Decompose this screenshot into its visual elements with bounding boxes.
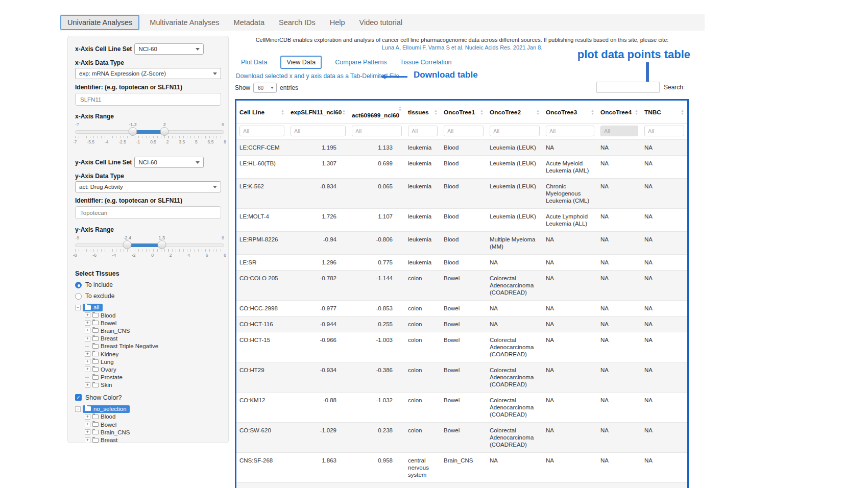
column-header-oncotree1[interactable]: ▲▼OncoTree1 [441,101,487,124]
tree-root-no_selection[interactable]: no_selection [83,405,130,413]
sort-icon[interactable]: ▲▼ [480,109,484,115]
expand-icon[interactable]: + [85,312,90,318]
table-row[interactable]: CO:HCT-116-0.9440.255colonBowelNANANANA [236,316,687,332]
table-row[interactable]: LE:K-562-0.9340.065leukemiaBloodLeukemia… [236,179,687,209]
collapse-icon[interactable]: − [75,406,81,412]
column-filter-expslfn11-nci60[interactable] [291,126,346,136]
nav-tab-multivariate-analyses[interactable]: Multivariate Analyses [142,15,226,30]
column-header-oncotree2[interactable]: ▲▼OncoTree2 [487,101,543,124]
tree-item-bowel[interactable]: +Bowel [85,421,221,428]
subtab-plot-data[interactable]: Plot Data [241,59,267,66]
expand-icon[interactable]: + [85,336,90,341]
y-axis-cell-line-set-select[interactable]: NCI-60 [134,157,204,168]
tree-item-bowel[interactable]: +Bowel [85,319,221,327]
show-color-checkbox[interactable]: ✓ Show Color? [75,394,221,401]
table-row[interactable]: CO:HT29-0.934-0.386colonBowelColorectal … [236,362,687,393]
tree-item-ovary[interactable]: +Ovary [85,365,221,373]
download-tab-delimited-link[interactable]: Download selected x and y axis data as a… [236,72,399,80]
table-row[interactable]: CNS:SF-2681.8630.958central nervous syst… [236,453,687,483]
table-row[interactable]: LE:RPMI-8226-0.94-0.806leukemiaBloodMult… [236,232,687,255]
column-header-oncotree4[interactable]: ▲▼OncoTree4 [597,101,641,124]
table-row[interactable]: LE:SR1.2960.775leukemiaBloodNANANANA [236,255,687,271]
sort-icon[interactable]: ▲▼ [536,109,540,115]
expand-icon[interactable]: + [85,328,90,333]
column-filter-tnbc[interactable] [644,126,684,136]
column-filter-cell-line[interactable] [239,126,284,136]
column-header-tnbc[interactable]: ▲▼TNBC [641,101,687,124]
tree-item-breast-triple-negative[interactable]: Breast Triple Negative [85,343,221,350]
tree-item-lung[interactable]: +Lung [85,358,221,365]
x-axis-range-slider[interactable]: -78-1.22-7-5.5-4-2.5-10.523.556.58 [75,122,224,149]
column-header-tissues[interactable]: ▲▼tissues [405,101,441,124]
tissues-exclude-radio[interactable]: To exclude [75,292,221,300]
y-axis-identifier-input[interactable]: Topotecan [75,206,221,219]
expand-icon[interactable]: + [85,422,90,427]
sort-icon[interactable]: ▲▼ [591,109,594,115]
column-header-expslfn11-nci60[interactable]: ▲▼expSLFN11_nci60 [287,101,349,124]
table-row[interactable]: CNS:SF-2951.280.726central nervous syste… [236,483,687,488]
nav-tab-univariate-analyses[interactable]: Univariate Analyses [60,15,139,30]
x-axis-data-type-select[interactable]: exp: mRNA Expression (Z-Score) [75,68,221,79]
table-row[interactable]: LE:HL-60(TB)1.3070.699leukemiaBloodLeuke… [236,156,687,179]
y-axis-data-type-select[interactable]: act: Drug Activity [75,181,221,192]
sort-icon[interactable]: ▲▼ [398,106,402,112]
subtab-tissue-correlation[interactable]: Tissue Correlation [400,59,452,66]
expand-icon[interactable]: + [85,351,90,357]
tree-item-prostate[interactable]: Prostate [85,374,221,381]
slider-low-handle[interactable] [123,240,132,249]
expand-icon[interactable]: + [85,437,90,443]
nav-tab-video-tutorial[interactable]: Video tutorial [352,15,409,30]
x-axis-identifier-input[interactable]: SLFN11 [75,93,221,106]
x-axis-cell-line-set-select[interactable]: NCI-60 [134,43,204,55]
table-row[interactable]: CO:KM12-0.88-1.032colonBowelColorectal A… [236,393,687,423]
tree-item-brain-cns[interactable]: +Brain_CNS [85,428,221,436]
sort-icon[interactable]: ▲▼ [635,109,638,115]
tree-item-breast[interactable]: +Breast [85,436,221,443]
tissues-include-radio[interactable]: To include [75,281,221,288]
slider-high-handle[interactable] [160,127,169,136]
table-row[interactable]: CO:COLO 205-0.782-1.144colonBowelColorec… [236,271,687,301]
nav-tab-help[interactable]: Help [323,15,352,30]
tree-item-breast[interactable]: +Breast [85,335,221,343]
tree-item-blood[interactable]: +Blood [85,311,221,319]
tree-item-brain-cns[interactable]: +Brain_CNS [85,327,221,334]
expand-icon[interactable]: + [85,359,90,364]
column-header-oncotree3[interactable]: ▲▼OncoTree3 [543,101,597,124]
expand-icon[interactable]: + [85,429,90,435]
expand-icon[interactable]: + [85,414,90,420]
column-header-cell-line[interactable]: ▲▼Cell Line [236,101,287,124]
tree-item-skin[interactable]: +Skin [85,381,221,389]
column-filter-act609699-nci60[interactable] [352,126,402,136]
slider-low-handle[interactable] [128,127,137,136]
y-axis-range-slider[interactable]: -88-2.41.3-8-6-4-202468 [75,235,224,262]
table-row[interactable]: LE:MOLT-41.7261.107leukemiaBloodLeukemia… [236,209,687,232]
table-search-input[interactable] [596,82,660,93]
subtab-compare-patterns[interactable]: Compare Patterns [335,59,387,66]
sort-icon[interactable]: ▲▼ [681,109,684,115]
expand-icon[interactable]: + [85,382,90,388]
expand-icon[interactable]: + [85,367,90,372]
sort-icon[interactable]: ▲▼ [342,109,346,115]
column-filter-oncotree1[interactable] [444,126,484,136]
table-row[interactable]: CO:SW-620-1.0290.238colonBowelColorectal… [236,423,687,453]
subtab-view-data[interactable]: View Data [280,56,322,69]
collapse-icon[interactable]: − [75,305,81,310]
column-header-act609699-nci60[interactable]: ▲▼act609699_nci60 [349,101,405,124]
column-filter-oncotree4[interactable] [600,126,638,136]
tree-item-kidney[interactable]: +Kidney [85,350,221,358]
column-filter-oncotree3[interactable] [546,126,594,136]
tree-item-blood[interactable]: +Blood [85,413,221,421]
entries-count-select[interactable]: 60 [253,83,277,93]
slider-high-handle[interactable] [157,240,166,249]
table-row[interactable]: LE:CCRF-CEM1.1951.133leukemiaBloodLeukem… [236,140,687,156]
column-filter-oncotree2[interactable] [490,126,540,136]
nav-tab-metadata[interactable]: Metadata [227,15,272,30]
sort-icon[interactable]: ▲▼ [434,109,438,115]
table-row[interactable]: CO:HCC-2998-0.977-0.853colonBowelNANANAN… [236,301,687,316]
table-row[interactable]: CO:HCT-15-0.966-1.003colonBowelColorecta… [236,332,687,362]
sort-icon[interactable]: ▲▼ [281,109,284,115]
column-filter-tissues[interactable] [408,126,438,136]
tree-root-all[interactable]: all [83,304,103,311]
expand-icon[interactable]: + [85,320,90,326]
nav-tab-search-ids[interactable]: Search IDs [272,15,323,30]
